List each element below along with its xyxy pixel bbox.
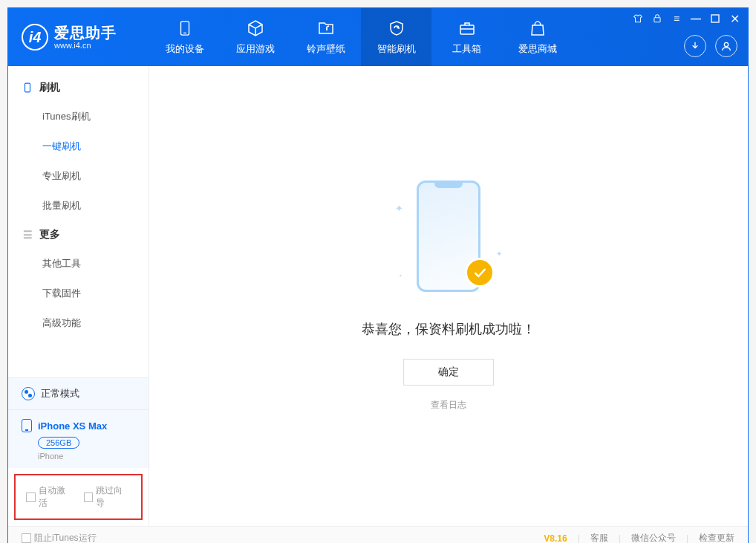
sidebar: 刷机 iTunes刷机 一键刷机 专业刷机 批量刷机 ☰ 更多 其他工具 下载固… xyxy=(8,66,149,526)
svg-point-5 xyxy=(724,42,728,46)
cube-icon xyxy=(246,19,265,38)
logo-icon: i4 xyxy=(22,24,48,51)
device-phone-icon xyxy=(22,419,32,432)
svg-rect-2 xyxy=(460,25,474,34)
svg-rect-6 xyxy=(25,83,30,92)
device-storage-badge: 256GB xyxy=(38,437,79,449)
nav-tab-toolbox[interactable]: 工具箱 xyxy=(431,8,502,66)
checkbox-auto-activate[interactable]: 自动激活 xyxy=(26,484,74,510)
sidebar-item-pro-flash[interactable]: 专业刷机 xyxy=(8,161,149,191)
checkbox-icon xyxy=(26,492,36,502)
device-block[interactable]: iPhone XS Max 256GB iPhone xyxy=(8,409,149,468)
logo-area: i4 爱思助手 www.i4.cn xyxy=(8,8,149,66)
sparkle-icon: ✦ xyxy=(496,250,502,258)
nav-tab-flash[interactable]: 智能刷机 xyxy=(361,8,431,66)
close-button[interactable]: ✕ xyxy=(729,13,740,25)
device-type: iPhone xyxy=(38,452,135,461)
checkbox-icon xyxy=(22,533,31,543)
sidebar-item-download-firmware[interactable]: 下载固件 xyxy=(8,279,149,308)
sidebar-group-more: ☰ 更多 xyxy=(8,221,149,249)
checkbox-icon xyxy=(84,492,94,502)
menu-icon[interactable]: ≡ xyxy=(671,13,682,25)
sidebar-item-other-tools[interactable]: 其他工具 xyxy=(8,249,149,279)
version-label: V8.16 xyxy=(544,533,567,544)
download-button[interactable] xyxy=(684,35,706,57)
nav-tab-device[interactable]: 我的设备 xyxy=(149,8,220,66)
body: 刷机 iTunes刷机 一键刷机 专业刷机 批量刷机 ☰ 更多 其他工具 下载固… xyxy=(8,66,748,526)
ok-button[interactable]: 确定 xyxy=(403,359,494,386)
titlebar: i4 爱思助手 www.i4.cn 我的设备 应用游戏 铃声壁纸 智能刷机 xyxy=(8,8,748,66)
success-illustration: ✦ ✦ • xyxy=(397,181,501,299)
nav-tab-ringtone[interactable]: 铃声壁纸 xyxy=(290,8,361,66)
checkbox-block-itunes[interactable]: 阻止iTunes运行 xyxy=(22,532,97,543)
music-folder-icon xyxy=(316,19,336,38)
svg-rect-4 xyxy=(711,15,719,22)
phone-icon xyxy=(175,19,195,38)
minimize-button[interactable]: ― xyxy=(690,13,702,25)
sidebar-item-advanced[interactable]: 高级功能 xyxy=(8,308,149,338)
nav-tab-apps[interactable]: 应用游戏 xyxy=(220,8,290,66)
sparkle-icon: ✦ xyxy=(395,203,403,214)
lock-icon[interactable] xyxy=(651,13,663,25)
sidebar-group-flash: 刷机 xyxy=(8,74,149,102)
checkbox-skip-guide[interactable]: 跳过向导 xyxy=(84,484,131,510)
nav-tab-store[interactable]: 爱思商城 xyxy=(502,8,573,66)
sidebar-item-itunes-flash[interactable]: iTunes刷机 xyxy=(8,102,149,131)
mode-indicator[interactable]: 正常模式 xyxy=(8,378,149,409)
sidebar-item-batch-flash[interactable]: 批量刷机 xyxy=(8,191,149,221)
device-name: iPhone XS Max xyxy=(38,420,107,432)
footer: 阻止iTunes运行 V8.16 | 客服 | 微信公众号 | 检查更新 xyxy=(8,526,748,543)
footer-link-wechat[interactable]: 微信公众号 xyxy=(631,532,676,543)
refresh-shield-icon xyxy=(387,19,406,38)
window-controls: ≡ ― ✕ xyxy=(632,13,740,25)
footer-link-update[interactable]: 检查更新 xyxy=(699,532,734,543)
phone-small-icon xyxy=(22,82,33,94)
svg-rect-3 xyxy=(654,18,660,22)
sparkle-icon: • xyxy=(400,272,402,279)
shirt-icon[interactable] xyxy=(632,13,644,25)
maximize-button[interactable] xyxy=(709,13,721,25)
sidebar-item-oneclick-flash[interactable]: 一键刷机 xyxy=(8,131,149,161)
list-icon: ☰ xyxy=(22,229,33,241)
nav-tabs: 我的设备 应用游戏 铃声壁纸 智能刷机 工具箱 爱思商城 xyxy=(149,8,573,66)
app-url: www.i4.cn xyxy=(54,41,117,50)
bag-icon xyxy=(528,19,547,38)
flash-options-highlight: 自动激活 跳过向导 xyxy=(14,474,143,520)
header-action-buttons xyxy=(684,35,737,57)
footer-link-support[interactable]: 客服 xyxy=(590,532,608,543)
view-log-link[interactable]: 查看日志 xyxy=(431,399,466,412)
app-name: 爱思助手 xyxy=(54,25,117,41)
user-button[interactable] xyxy=(715,35,737,57)
toolbox-icon xyxy=(457,19,477,38)
app-window: i4 爱思助手 www.i4.cn 我的设备 应用游戏 铃声壁纸 智能刷机 xyxy=(7,7,749,543)
success-message: 恭喜您，保资料刷机成功啦！ xyxy=(362,320,535,338)
main-content: ✦ ✦ • 恭喜您，保资料刷机成功啦！ 确定 查看日志 xyxy=(149,66,748,526)
mode-icon xyxy=(22,387,35,400)
check-circle-icon xyxy=(465,258,495,287)
